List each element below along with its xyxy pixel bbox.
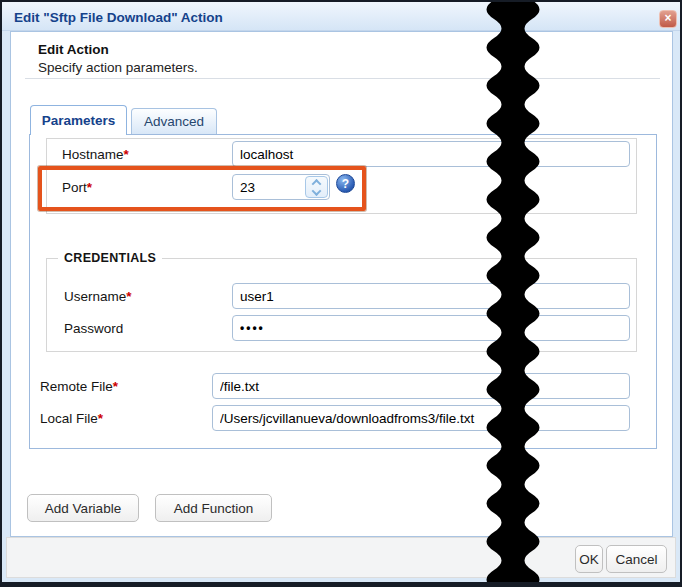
edit-action-heading: Edit Action — [38, 42, 109, 57]
local-file-input[interactable] — [212, 405, 630, 431]
dialog-title: Edit "Sftp File Download" Action — [14, 10, 223, 25]
cancel-button[interactable]: Cancel — [606, 545, 667, 573]
required-asterisk: * — [124, 147, 129, 162]
hostname-input[interactable] — [232, 141, 630, 167]
help-icon[interactable]: ? — [336, 174, 355, 193]
remote-file-label: Remote File* — [40, 379, 118, 394]
dialog-window: Edit "Sftp File Download" Action × Edit … — [0, 0, 682, 587]
add-variable-button[interactable]: Add Variable — [27, 494, 139, 522]
password-input[interactable] — [232, 315, 630, 341]
close-icon[interactable]: × — [659, 10, 677, 28]
required-asterisk: * — [113, 379, 118, 394]
tab-advanced[interactable]: Advanced — [131, 108, 217, 134]
add-function-button[interactable]: Add Function — [155, 494, 272, 522]
ok-button[interactable]: OK — [575, 545, 603, 573]
spinner-down-icon[interactable] — [312, 186, 322, 196]
local-file-label: Local File* — [40, 411, 103, 426]
username-label: Username* — [64, 289, 132, 304]
username-input[interactable] — [232, 283, 630, 309]
header-divider — [25, 78, 660, 79]
title-bar: Edit "Sftp File Download" Action × — [2, 2, 680, 31]
hostname-label-text: Hostname — [62, 147, 124, 162]
tab-parameters[interactable]: Parameters — [30, 105, 127, 135]
port-spinner[interactable] — [305, 176, 328, 198]
credentials-legend: CREDENTIALS — [58, 251, 162, 265]
edit-action-subtitle: Specify action parameters. — [38, 60, 198, 75]
port-label: Port* — [62, 180, 92, 195]
required-asterisk: * — [98, 411, 103, 426]
port-label-text: Port — [62, 180, 87, 195]
password-label-text: Password — [64, 321, 123, 336]
required-asterisk: * — [87, 180, 92, 195]
remote-file-input[interactable] — [212, 373, 630, 399]
remote-file-label-text: Remote File — [40, 379, 113, 394]
hostname-label: Hostname* — [62, 147, 129, 162]
password-label: Password — [64, 321, 123, 336]
local-file-label-text: Local File — [40, 411, 98, 426]
required-asterisk: * — [126, 289, 131, 304]
username-label-text: Username — [64, 289, 126, 304]
